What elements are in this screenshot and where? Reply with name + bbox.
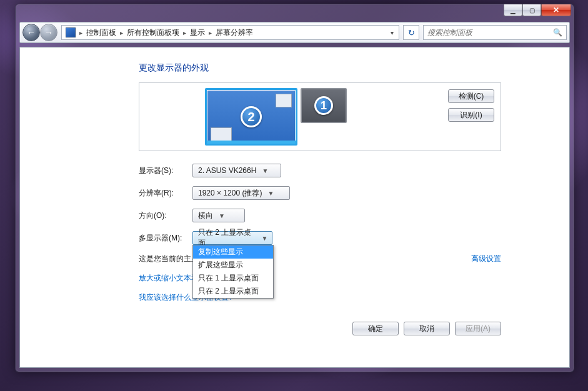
breadcrumb-seg[interactable]: 控制面板 — [84, 27, 119, 38]
dropdown-value: 1920 × 1200 (推荐) — [198, 188, 262, 199]
maximize-icon: ▢ — [529, 7, 535, 14]
maximize-button[interactable]: ▢ — [522, 4, 541, 16]
nav-bar: ← → ▸ 控制面板 ▸ 所有控制面板项 ▸ 显示 ▸ 屏幕分辨率 ▾ ↻ 🔍 — [19, 22, 570, 43]
monitor-2[interactable]: 2 — [205, 88, 297, 146]
content-area: 更改显示器的外观 2 1 检测(C) 识别(I) 显示器(S): 2. ASUS… — [19, 47, 570, 368]
dropdown-option[interactable]: 扩展这些显示 — [193, 259, 273, 272]
multiple-dropdown[interactable]: 只在 2 上显示桌面 ▼ 复制这些显示 扩展这些显示 只在 1 上显示桌面 只在… — [192, 231, 272, 245]
dropdown-option[interactable]: 只在 1 上显示桌面 — [193, 272, 273, 285]
minimize-button[interactable]: ▁ — [504, 4, 522, 16]
display-dropdown[interactable]: 2. ASUS VK266H ▼ — [192, 164, 281, 177]
title-bar: ▁ ▢ ✕ — [16, 4, 574, 22]
advanced-settings-link[interactable]: 高级设置 — [471, 254, 501, 264]
cancel-button[interactable]: 取消 — [404, 322, 450, 335]
close-button[interactable]: ✕ — [541, 4, 571, 16]
chevron-down-icon[interactable]: ▾ — [389, 29, 395, 36]
ok-button[interactable]: 确定 — [352, 322, 399, 335]
mini-window-icon — [276, 94, 292, 107]
orientation-label: 方向(O): — [139, 210, 185, 221]
monitor-number-badge: 1 — [314, 96, 333, 115]
control-panel-icon — [66, 27, 76, 37]
refresh-button[interactable]: ↻ — [403, 25, 419, 40]
chevron-right-icon[interactable]: ▸ — [207, 29, 213, 36]
display-row: 显示器(S): 2. ASUS VK266H ▼ — [139, 164, 557, 177]
multiple-row: 多显示器(M): 只在 2 上显示桌面 ▼ 复制这些显示 扩展这些显示 只在 1… — [139, 231, 557, 245]
breadcrumb-seg[interactable]: 所有控制面板项 — [124, 27, 182, 38]
dropdown-option[interactable]: 复制这些显示 — [193, 245, 273, 259]
refresh-icon: ↻ — [408, 28, 415, 37]
identify-button[interactable]: 识别(I) — [448, 108, 494, 122]
orientation-dropdown[interactable]: 横向 ▼ — [192, 209, 245, 222]
monitor-1[interactable]: 1 — [301, 88, 347, 123]
monitor-side-buttons: 检测(C) 识别(I) — [448, 89, 494, 122]
multiple-dropdown-list: 复制这些显示 扩展这些显示 只在 1 上显示桌面 只在 2 上显示桌面 — [192, 245, 274, 299]
search-icon: 🔍 — [553, 28, 562, 37]
dropdown-value: 横向 — [198, 210, 213, 221]
breadcrumb-seg[interactable]: 显示 — [187, 27, 207, 38]
close-icon: ✕ — [553, 6, 559, 14]
chevron-right-icon[interactable]: ▸ — [182, 29, 187, 36]
breadcrumb[interactable]: ▸ 控制面板 ▸ 所有控制面板项 ▸ 显示 ▸ 屏幕分辨率 ▾ — [61, 25, 399, 40]
resolution-label: 分辨率(R): — [139, 188, 185, 199]
orientation-row: 方向(O): 横向 ▼ — [139, 209, 557, 222]
chevron-down-icon: ▼ — [217, 212, 227, 219]
search-box[interactable]: 🔍 — [423, 25, 567, 40]
chevron-right-icon[interactable]: ▸ — [78, 29, 84, 36]
multiple-label: 多显示器(M): — [139, 233, 185, 244]
back-button[interactable]: ← — [22, 24, 40, 41]
monitor-preview: 2 1 检测(C) 识别(I) — [139, 82, 501, 151]
detect-button[interactable]: 检测(C) — [448, 89, 494, 103]
page-heading: 更改显示器的外观 — [139, 62, 557, 74]
forward-arrow-icon: → — [44, 27, 53, 37]
display-label: 显示器(S): — [139, 166, 185, 176]
mini-taskbar-icon — [207, 141, 296, 144]
back-arrow-icon: ← — [27, 27, 36, 37]
window: ▁ ▢ ✕ ← → ▸ 控制面板 ▸ 所有控制面板项 ▸ 显示 ▸ 屏幕分辨率 … — [15, 4, 574, 372]
footer-buttons: 确定 取消 应用(A) — [139, 322, 501, 335]
minimize-icon: ▁ — [511, 7, 516, 14]
chevron-down-icon: ▼ — [260, 235, 269, 242]
resolution-dropdown[interactable]: 1920 × 1200 (推荐) ▼ — [192, 186, 290, 200]
chevron-down-icon: ▼ — [266, 190, 276, 197]
forward-button[interactable]: → — [40, 24, 57, 41]
monitor-number-badge: 2 — [241, 106, 262, 127]
dropdown-value: 2. ASUS VK266H — [198, 166, 256, 175]
dropdown-option[interactable]: 只在 2 上显示桌面 — [193, 285, 273, 298]
chevron-down-icon: ▼ — [260, 167, 270, 174]
search-input[interactable] — [427, 28, 549, 37]
mini-window-icon — [211, 127, 232, 141]
breadcrumb-seg[interactable]: 屏幕分辨率 — [213, 27, 256, 38]
resolution-row: 分辨率(R): 1920 × 1200 (推荐) ▼ — [139, 186, 557, 200]
chevron-right-icon[interactable]: ▸ — [119, 29, 124, 36]
apply-button[interactable]: 应用(A) — [455, 322, 501, 335]
nav-buttons: ← → — [22, 24, 57, 41]
